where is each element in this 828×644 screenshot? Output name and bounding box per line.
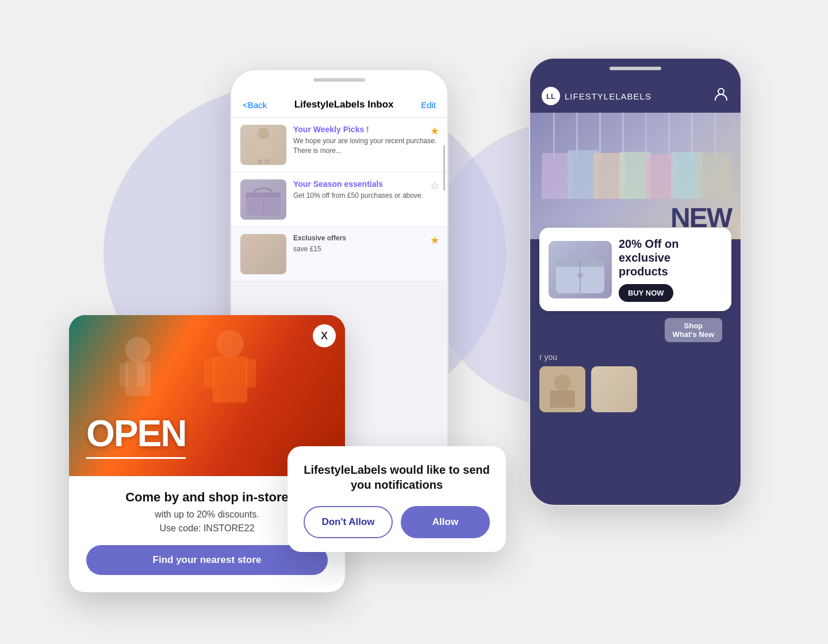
- svg-rect-40: [246, 359, 256, 388]
- for-you-items: [539, 366, 731, 412]
- inbox-item-1[interactable]: Your Weekly Picks ! We hope your are lov…: [231, 118, 447, 172]
- card-instore-close-button[interactable]: X: [313, 324, 336, 347]
- inbox-item-2-text: Get 10% off from £50 purchases or above.: [293, 191, 438, 201]
- dont-allow-button[interactable]: Don't Allow: [304, 506, 393, 538]
- inbox-item-3-star[interactable]: ★: [430, 234, 439, 247]
- svg-rect-4: [258, 159, 262, 164]
- notification-dialog-buttons: Don't Allow Allow: [304, 506, 490, 538]
- svg-point-30: [554, 374, 570, 390]
- inbox-item-1-image: [240, 125, 286, 165]
- inbox-item-2-title: Your Season essentials: [293, 179, 438, 189]
- svg-point-0: [258, 128, 269, 139]
- inbox-item-1-title: Your Weekly Picks !: [293, 125, 438, 134]
- inbox-item-2-star[interactable]: ☆: [430, 179, 439, 192]
- inbox-item-2-content: Your Season essentials Get 10% off from …: [293, 179, 438, 201]
- app-promo-title: 20% Off on exclusive products: [619, 237, 722, 278]
- app-logo: LL LIFESTYLELABELS: [542, 87, 651, 105]
- for-you-item-1[interactable]: [539, 366, 585, 412]
- notification-dialog-title: LifestyleLabels would like to send you n…: [304, 462, 490, 492]
- svg-rect-15: [668, 113, 670, 159]
- svg-rect-36: [137, 363, 145, 386]
- app-user-icon[interactable]: [713, 86, 729, 106]
- inbox-scrollbar[interactable]: [443, 145, 445, 191]
- svg-rect-10: [553, 113, 555, 159]
- inbox-list: Your Weekly Picks ! We hope your are lov…: [231, 118, 447, 282]
- shop-whats-new-button[interactable]: ShopWhat's New: [665, 318, 722, 342]
- inbox-back-button[interactable]: <Back: [243, 100, 267, 110]
- notification-dialog: LifestyleLabels would like to send you n…: [288, 446, 506, 552]
- inbox-item-1-content: Your Weekly Picks ! We hope your are lov…: [293, 125, 438, 156]
- app-hero: NEW: [530, 113, 741, 239]
- svg-point-9: [718, 89, 724, 94]
- svg-rect-5: [264, 159, 269, 164]
- svg-rect-35: [120, 363, 128, 386]
- app-header: LL LIFESTYLELABELS: [530, 59, 741, 113]
- app-logo-icon: LL: [542, 87, 560, 105]
- inbox-item-3-image: [240, 234, 286, 274]
- app-promo-card: 20% Off on exclusive products BUY NOW: [539, 228, 731, 311]
- app-brand-light: LABELS: [615, 91, 651, 101]
- svg-rect-31: [550, 390, 575, 408]
- app-brand: LIFESTYLE: [565, 91, 615, 101]
- shop-btn-row: ShopWhat's New: [530, 318, 741, 352]
- inbox-header: <Back LifestyleLabels Inbox Edit: [231, 70, 447, 118]
- inbox-item-3-content: Exclusive offers save £15: [293, 234, 438, 254]
- inbox-item-3-title: Exclusive offers: [293, 234, 438, 242]
- inbox-item-3-text: save £15: [293, 244, 438, 254]
- svg-point-33: [125, 337, 151, 362]
- scene: <Back LifestyleLabels Inbox Edit: [69, 34, 759, 610]
- app-promo-buy-button[interactable]: BUY NOW: [619, 284, 673, 302]
- svg-rect-17: [714, 113, 716, 159]
- allow-button[interactable]: Allow: [401, 506, 490, 538]
- svg-rect-39: [204, 359, 214, 388]
- inbox-item-3[interactable]: Exclusive offers save £15 ★: [231, 227, 447, 282]
- app-promo-bag-image: [549, 241, 612, 298]
- app-promo-text: 20% Off on exclusive products BUY NOW: [619, 237, 722, 302]
- for-you-section: r you: [530, 352, 741, 412]
- inbox-item-1-star[interactable]: ★: [430, 125, 439, 137]
- inbox-item-2-image: [240, 179, 286, 220]
- svg-point-28: [577, 273, 584, 278]
- svg-rect-38: [213, 356, 247, 402]
- for-you-item-2[interactable]: [591, 366, 637, 412]
- svg-rect-3: [269, 140, 273, 155]
- phone-right: LL LIFESTYLELABELS: [529, 57, 742, 506]
- svg-rect-12: [599, 113, 601, 159]
- inbox-item-1-text: We hope your are loving your recent purc…: [293, 136, 438, 156]
- card-instore-open-label: OPEN: [86, 412, 186, 459]
- svg-point-37: [216, 330, 244, 358]
- card-instore-find-button[interactable]: Find your nearest store: [86, 545, 328, 575]
- inbox-edit-button[interactable]: Edit: [421, 100, 436, 110]
- for-you-label: r you: [539, 352, 731, 362]
- inbox-item-2[interactable]: Your Season essentials Get 10% off from …: [231, 172, 447, 227]
- svg-rect-24: [697, 153, 731, 199]
- app-logo-text: LIFESTYLELABELS: [565, 91, 651, 101]
- svg-rect-2: [254, 140, 258, 155]
- inbox-title: LifestyleLabels Inbox: [294, 99, 394, 110]
